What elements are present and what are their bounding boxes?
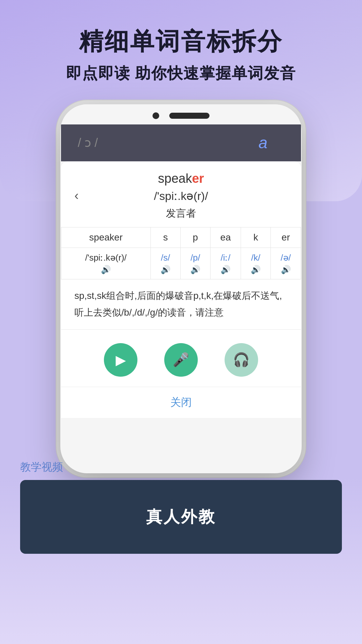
phone-mockup: / ɔ / a speaker ‹ /'spiː.kə(r)/ 发言者 — [60, 104, 302, 473]
close-row: 关闭 — [61, 387, 301, 418]
col-header-p[interactable]: p — [180, 227, 210, 248]
screen-bg-left-text: / ɔ / — [78, 136, 98, 150]
popup-word-highlight: er — [192, 171, 204, 185]
sound-icon-ea[interactable]: 🔊 — [213, 265, 238, 274]
bottom-section: 教学视频 真人外教 — [0, 460, 362, 554]
play-icon: ▶ — [116, 352, 126, 368]
phone-screen: / ɔ / a speaker ‹ /'spiː.kə(r)/ 发言者 — [61, 124, 301, 418]
cell-s-phonetic[interactable]: /s/ 🔊 — [150, 248, 180, 279]
section-label: 教学视频 — [20, 460, 342, 475]
play-button[interactable]: ▶ — [104, 343, 137, 377]
col-header-word[interactable]: speaker — [61, 227, 151, 248]
mic-button[interactable]: 🎤 — [164, 343, 198, 377]
mic-icon: 🎤 — [173, 352, 189, 368]
table-header-row: speaker s p ea k er — [61, 227, 301, 248]
cell-ea-phonetic[interactable]: /iː/ 🔊 — [210, 248, 241, 279]
cell-er-phonetic[interactable]: /ə/ 🔊 — [271, 248, 301, 279]
video-card[interactable]: 真人外教 — [20, 480, 342, 554]
page-title-main: 精细单词音标拆分 — [20, 27, 342, 56]
cell-full-phonetic[interactable]: /'spiː.kə(r)/ 🔊 — [61, 248, 151, 279]
phone-top-bar — [60, 104, 302, 124]
col-header-ea[interactable]: ea — [210, 227, 241, 248]
sound-icon-s[interactable]: 🔊 — [154, 265, 178, 274]
cell-p-phonetic[interactable]: /p/ 🔊 — [180, 248, 210, 279]
popup-meaning: 发言者 — [61, 207, 301, 220]
sound-icon-k[interactable]: 🔊 — [244, 265, 268, 274]
phonetic-table: speaker s p ea k er /'spiː.kə(r)/ � — [61, 227, 301, 279]
header-section: 精细单词音标拆分 即点即读 助你快速掌握单词发音 — [0, 0, 362, 98]
screen-bg-right-text: a — [258, 133, 267, 152]
table-phonetic-row: /'spiː.kə(r)/ 🔊 /s/ 🔊 /p/ 🔊 — [61, 248, 301, 279]
action-buttons: ▶ 🎤 🎧 — [61, 330, 301, 387]
back-button[interactable]: ‹ — [74, 189, 79, 203]
cell-k-phonetic[interactable]: /k/ 🔊 — [241, 248, 271, 279]
sound-icon-full[interactable]: 🔊 — [64, 265, 148, 274]
headphone-button[interactable]: 🎧 — [225, 343, 258, 377]
popup-word-plain: speak — [158, 171, 192, 185]
screen-background: / ɔ / a — [61, 124, 301, 161]
tip-text: sp,st,sk组合时,后面的爆破音p,t,k,在爆破后不送气,听上去类似/b/… — [61, 279, 301, 330]
popup-card: speaker ‹ /'spiː.kə(r)/ 发言者 speaker s p — [61, 161, 301, 418]
page-content: 精细单词音标拆分 即点即读 助你快速掌握单词发音 / ɔ / a speaker — [0, 0, 362, 554]
sound-icon-er[interactable]: 🔊 — [274, 265, 298, 274]
col-header-s[interactable]: s — [150, 227, 180, 248]
sound-icon-p[interactable]: 🔊 — [183, 265, 207, 274]
video-text: 真人外教 — [146, 506, 216, 528]
popup-phonetic: /'spiː.kə(r)/ — [154, 189, 208, 203]
col-header-k[interactable]: k — [241, 227, 271, 248]
popup-back-row: ‹ /'spiː.kə(r)/ — [61, 189, 301, 203]
popup-word-title: speaker — [61, 171, 301, 186]
headphone-icon: 🎧 — [233, 352, 250, 368]
phone-speaker-bar — [169, 113, 209, 119]
page-title-sub: 即点即读 助你快速掌握单词发音 — [20, 62, 342, 84]
phone-camera — [153, 112, 159, 119]
close-button[interactable]: 关闭 — [170, 396, 192, 408]
col-header-er[interactable]: er — [271, 227, 301, 248]
